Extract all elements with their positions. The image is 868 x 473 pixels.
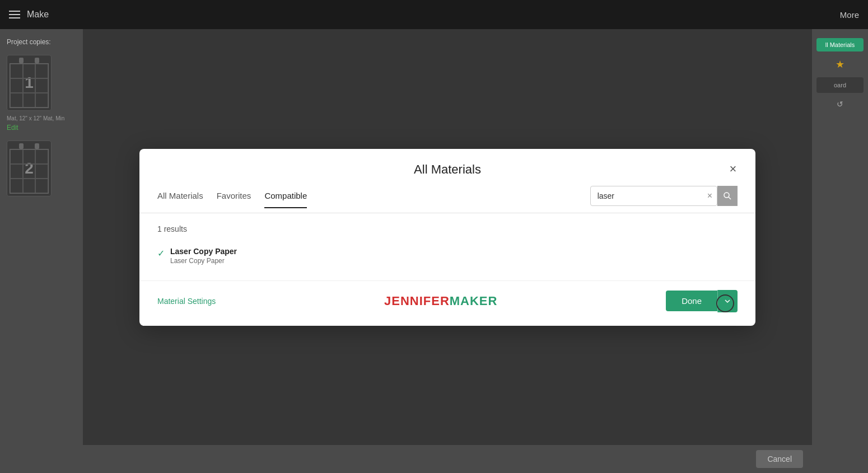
mat-thumbnail-2: 2 — [7, 141, 52, 196]
modal-title: All Materials — [414, 162, 481, 176]
done-arrow-button[interactable] — [717, 290, 738, 312]
done-button-wrap: Done — [666, 290, 738, 312]
svg-line-1 — [729, 197, 731, 199]
search-clear-button[interactable]: × — [703, 191, 717, 201]
brand-maker: MAKER — [450, 294, 498, 308]
right-sidebar: ll Materials ★ oard ↺ — [812, 29, 868, 473]
tab-favorites[interactable]: Favorites — [217, 191, 251, 208]
material-sub: Laser Copy Paper — [170, 257, 237, 265]
modal-footer: Material Settings JENNIFERMAKER Done — [139, 280, 755, 326]
all-materials-modal: All Materials × All Materials Favorites … — [139, 149, 755, 326]
tab-compatible[interactable]: Compatible — [264, 191, 307, 208]
right-board[interactable]: oard — [816, 77, 864, 93]
hamburger-menu[interactable] — [9, 11, 20, 18]
chevron-down-icon — [724, 298, 731, 305]
modal-tabs: All Materials Favorites Compatible × — [139, 177, 755, 213]
material-selected-icon: ✓ — [157, 248, 165, 259]
modal-overlay: All Materials × All Materials Favorites … — [83, 29, 812, 445]
material-info: Laser Copy Paper Laser Copy Paper — [170, 247, 237, 265]
material-name: Laser Copy Paper — [170, 247, 237, 256]
search-submit-button[interactable] — [717, 186, 738, 206]
modal-header: All Materials × — [139, 149, 755, 177]
results-count: 1 results — [157, 224, 738, 233]
tab-all-materials[interactable]: All Materials — [157, 191, 203, 208]
material-item[interactable]: ✓ Laser Copy Paper Laser Copy Paper — [157, 242, 738, 269]
brand-logo: JENNIFERMAKER — [384, 294, 497, 308]
star-icon: ★ — [816, 56, 864, 73]
search-area: × — [590, 186, 738, 213]
mat-1-edit-link[interactable]: Edit — [7, 124, 76, 132]
mat-thumbnail-1: 1 — [7, 55, 52, 111]
mat-1-label: Mat, 12" x 12" Mat, Min — [7, 115, 76, 121]
project-copies-label: Project copies: — [7, 38, 76, 46]
search-icon — [723, 191, 732, 200]
left-sidebar: Project copies: 1 Mat, 12" x 12" Mat, Mi… — [0, 29, 83, 473]
app-title: Make — [27, 10, 49, 20]
right-refresh-icon[interactable]: ↺ — [816, 97, 864, 111]
app-more-button[interactable]: More — [840, 10, 859, 20]
app-header: Make More — [0, 0, 868, 29]
modal-body: 1 results ✓ Laser Copy Paper Laser Copy … — [139, 213, 755, 280]
svg-point-0 — [724, 193, 729, 198]
search-input[interactable] — [591, 191, 703, 200]
modal-close-button[interactable]: × — [724, 160, 742, 178]
search-input-wrap: × — [590, 186, 717, 206]
right-all-materials[interactable]: ll Materials — [816, 38, 864, 51]
cancel-button[interactable]: Cancel — [756, 450, 803, 468]
brand-jennifer: JENNIFER — [384, 294, 450, 308]
done-button[interactable]: Done — [666, 291, 717, 311]
material-settings-link[interactable]: Material Settings — [157, 297, 216, 306]
bottom-bar: Cancel — [83, 445, 812, 473]
